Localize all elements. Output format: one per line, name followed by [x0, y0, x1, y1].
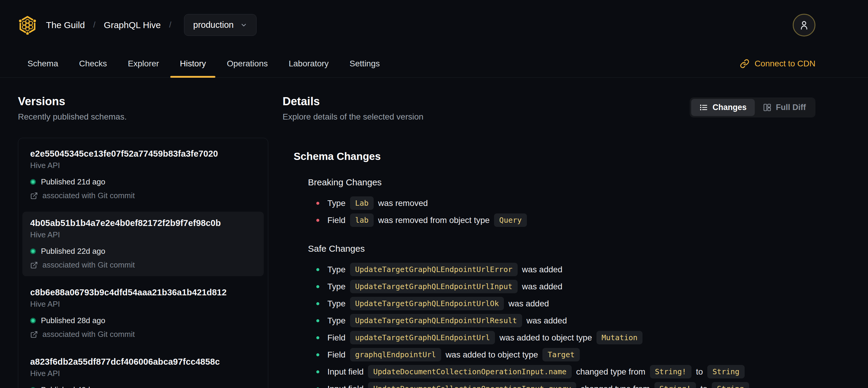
- published-label: Published 40d ago: [41, 385, 105, 388]
- breadcrumb-separator: /: [169, 20, 172, 30]
- target-selector-value: production: [193, 20, 234, 30]
- tab-checks[interactable]: Checks: [70, 50, 117, 78]
- change-code-chip: Query: [494, 213, 527, 227]
- change-text: Input field: [328, 384, 364, 388]
- safe-bullet-icon: [316, 302, 319, 305]
- versions-panel: Versions Recently published schemas. e2e…: [18, 95, 268, 388]
- git-commit-link[interactable]: associated with Git commit: [30, 330, 256, 339]
- breadcrumb-project-link[interactable]: GraphQL Hive: [104, 20, 161, 30]
- safe-bullet-icon: [316, 336, 319, 339]
- change-text: was added: [527, 316, 567, 326]
- published-status-dot: [30, 248, 36, 254]
- link-icon: [740, 59, 749, 68]
- change-code-chip: UpdateTargetGraphQLEndpointUrlInput: [350, 280, 518, 293]
- change-text: changed type from: [576, 367, 646, 377]
- git-commit-link[interactable]: associated with Git commit: [30, 191, 256, 200]
- schema-change-item: Type UpdateTargetGraphQLEndpointUrlOk wa…: [316, 295, 815, 312]
- change-text: Type: [328, 265, 346, 274]
- change-text: was added to object type: [499, 333, 592, 342]
- schema-change-item: Input field UpdateDocumentCollectionOper…: [316, 380, 815, 388]
- published-status-dot: [30, 318, 36, 323]
- external-link-icon: [30, 192, 38, 200]
- change-text: Type: [328, 199, 346, 208]
- full-diff-toggle-button[interactable]: Full Diff: [755, 99, 814, 116]
- breaking-bullet-icon: [316, 202, 319, 205]
- split-panels-icon: [763, 103, 772, 112]
- change-code-chip: Target: [542, 348, 580, 361]
- breadcrumb: The Guild / GraphQL Hive / production: [46, 14, 256, 36]
- tab-settings[interactable]: Settings: [340, 50, 389, 78]
- change-code-chip: String!: [650, 365, 691, 379]
- changes-toggle-label: Changes: [712, 103, 746, 112]
- safe-bullet-icon: [316, 370, 319, 374]
- git-commit-link[interactable]: associated with Git commit: [30, 260, 256, 270]
- version-list-item[interactable]: c8b6e88a06793b9c4dfd54aaa21b36a1b421d812…: [22, 281, 264, 346]
- change-code-chip: String: [707, 365, 744, 379]
- version-list-item-selected[interactable]: 4b05ab51b1b4a7e2e4b0ef82172f2b9f7ef98c0b…: [22, 212, 264, 276]
- change-text: Input field: [328, 367, 364, 377]
- target-selector-dropdown[interactable]: production: [184, 14, 256, 36]
- change-text: Type: [328, 316, 346, 326]
- change-text: Field: [328, 333, 346, 342]
- schema-change-item: Type UpdateTargetGraphQLEndpointUrlError…: [316, 261, 815, 278]
- change-text: Field: [328, 215, 346, 225]
- change-text: Type: [328, 299, 346, 308]
- details-panel: Details Explore details of the selected …: [283, 95, 815, 388]
- changes-toggle-button[interactable]: Changes: [691, 99, 754, 116]
- change-code-chip: UpdateTargetGraphQLEndpointUrlError: [350, 263, 518, 276]
- app-header: The Guild / GraphQL Hive / production: [0, 0, 868, 50]
- version-service: Hive API: [30, 369, 256, 378]
- connect-to-cdn-link[interactable]: Connect to CDN: [740, 50, 815, 78]
- versions-subtitle: Recently published schemas.: [18, 112, 268, 122]
- version-service: Hive API: [30, 300, 256, 309]
- version-list-item[interactable]: e2e55045345ce13fe07f52a77459b83fa3fe7020…: [22, 142, 264, 207]
- external-link-icon: [30, 331, 38, 338]
- version-list-item[interactable]: a823f6db2a55df877dcf406006abca97fcc4858c…: [22, 350, 264, 388]
- change-text: was removed: [378, 199, 428, 208]
- tab-operations[interactable]: Operations: [217, 50, 277, 78]
- nav-tabs: Schema Checks Explorer History Operation…: [18, 50, 390, 78]
- view-toggle-group: Changes Full Diff: [690, 97, 815, 117]
- change-text: changed type from: [581, 384, 650, 388]
- hive-logo-icon[interactable]: [18, 16, 37, 35]
- schema-change-item: Field updateTargetGraphQLEndpointUrl was…: [316, 329, 815, 346]
- change-code-chip: graphqlEndpointUrl: [350, 348, 441, 361]
- version-hash: c8b6e88a06793b9c4dfd54aaa21b36a1b421d812: [30, 288, 256, 297]
- breadcrumb-separator: /: [93, 20, 96, 30]
- version-service: Hive API: [30, 230, 256, 239]
- safe-bullet-icon: [316, 285, 319, 288]
- change-code-chip: UpdateDocumentCollectionOperationInput.q…: [368, 382, 576, 388]
- change-code-chip: lab: [350, 213, 374, 227]
- versions-list: e2e55045345ce13fe07f52a77459b83fa3fe7020…: [18, 138, 268, 388]
- details-title: Details: [283, 95, 424, 108]
- tab-schema[interactable]: Schema: [18, 50, 68, 78]
- change-code-chip: Mutation: [596, 331, 643, 345]
- schema-change-item: Type UpdateTargetGraphQLEndpointUrlResul…: [316, 312, 815, 329]
- user-avatar-button[interactable]: [793, 14, 815, 36]
- schema-change-item: Type Lab was removed: [316, 195, 815, 212]
- change-code-chip: String!: [654, 382, 696, 388]
- safe-changes-title: Safe Changes: [308, 244, 815, 254]
- version-hash: e2e55045345ce13fe07f52a77459b83fa3fe7020: [30, 149, 256, 159]
- git-commit-label: associated with Git commit: [42, 191, 135, 200]
- version-hash: 4b05ab51b1b4a7e2e4b0ef82172f2b9f7ef98c0b: [30, 218, 256, 228]
- version-service: Hive API: [30, 161, 256, 170]
- breadcrumb-org-link[interactable]: The Guild: [46, 20, 85, 30]
- change-text: was added: [522, 282, 562, 292]
- version-hash: a823f6db2a55df877dcf406006abca97fcc4858c: [30, 357, 256, 367]
- change-code-chip: UpdateTargetGraphQLEndpointUrlOk: [350, 297, 504, 310]
- change-text: was added: [508, 299, 549, 308]
- change-text: to: [701, 384, 707, 388]
- breaking-bullet-icon: [316, 219, 319, 222]
- tab-laboratory[interactable]: Laboratory: [279, 50, 338, 78]
- full-diff-toggle-label: Full Diff: [776, 103, 806, 112]
- tab-history[interactable]: History: [170, 50, 215, 78]
- tab-explorer[interactable]: Explorer: [118, 50, 168, 78]
- change-text: Type: [328, 282, 346, 292]
- change-text: was added to object type: [446, 350, 538, 360]
- external-link-icon: [30, 261, 38, 269]
- published-label: Published 22d ago: [41, 247, 105, 256]
- breaking-changes-list: Type Lab was removed Field lab was remov…: [316, 195, 815, 229]
- breaking-changes-title: Breaking Changes: [308, 177, 815, 187]
- versions-title: Versions: [18, 95, 268, 108]
